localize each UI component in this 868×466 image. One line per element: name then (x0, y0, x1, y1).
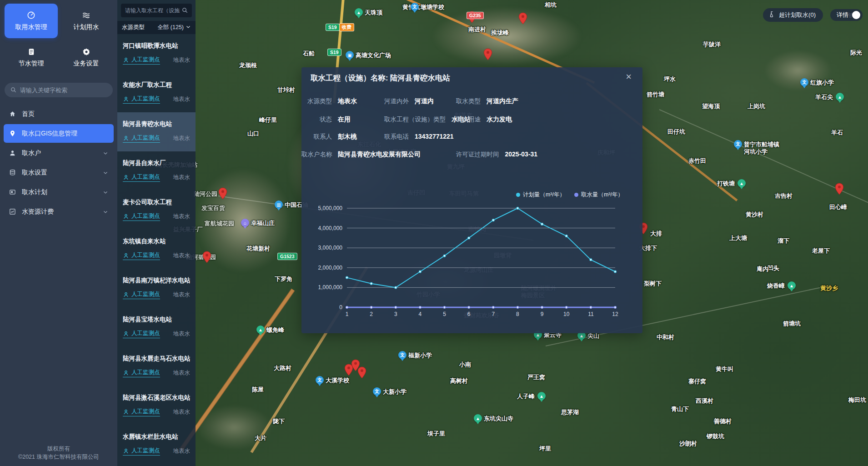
school-pin-icon[interactable]: 文 (373, 387, 381, 396)
detail-toggle[interactable]: 详情 (830, 9, 863, 21)
school-pin-icon[interactable]: 文 (398, 351, 406, 359)
station-list-item[interactable]: 东坑镇自来水站人工监测点地表水 (117, 230, 196, 269)
legend-item[interactable]: 计划量（m³/年） (516, 191, 565, 199)
map-label: 下罗角 (275, 276, 292, 283)
field-value: 地表水 (338, 97, 357, 105)
svg-text:3: 3 (394, 311, 397, 317)
map-label: 羊石 (831, 129, 843, 136)
map-label: 相坑 (545, 1, 557, 9)
monitor-type-link[interactable]: 人工监测点 (123, 408, 160, 416)
station-list-item[interactable]: 陆河县宝塔水电站人工监测点地表水 (117, 308, 196, 347)
road-badge: 收费 (339, 23, 354, 31)
scenic-pin-icon[interactable]: ▲ (537, 392, 546, 400)
scenic-pin-icon[interactable]: ▲ (788, 281, 796, 290)
culture-pin-icon[interactable]: ▣ (346, 51, 354, 59)
keyword-search-input[interactable] (5, 83, 113, 97)
filter-label: 水源类型 (122, 24, 145, 31)
water-source-type: 地表水 (173, 447, 191, 455)
red-map-marker-icon[interactable] (483, 48, 492, 62)
red-map-marker-icon[interactable] (202, 251, 211, 265)
monitor-type-link[interactable]: 人工监测点 (123, 56, 160, 65)
station-list-item[interactable]: 麦卡公司取水工程人工监测点地表水 (117, 190, 196, 230)
source-type-dropdown[interactable]: 全部 (125) (157, 24, 191, 31)
menu-item-card[interactable]: 取水计划 (4, 183, 114, 201)
modal-field: 取水用途水力发电 (456, 115, 512, 124)
school-pin-icon[interactable]: 文 (316, 376, 324, 384)
monitor-type-link[interactable]: 人工监测点 (123, 330, 160, 338)
module-button-gear[interactable]: 业务设置 (60, 40, 113, 75)
school-pin-icon[interactable]: 文 (734, 140, 742, 148)
map-label: 青山下 (671, 406, 689, 413)
map-label: 南进村 (468, 26, 486, 33)
school-pin-icon[interactable]: 文 (411, 3, 419, 11)
field-label: 许可证过期时间 (456, 151, 499, 158)
station-list-item[interactable]: 陆河县水唇走马石水电站人工监测点地表水 (117, 347, 196, 386)
monitor-type-link[interactable]: 人工监测点 (123, 212, 160, 221)
legend-item[interactable]: 取水量（m³/年） (574, 191, 623, 199)
svg-text:12: 12 (612, 311, 618, 317)
road-badge: S19 (326, 24, 340, 31)
monitor-type-link[interactable]: 人工监测点 (123, 173, 160, 182)
field-label: 取水类型 (456, 98, 481, 105)
svg-text:2,000,000: 2,000,000 (318, 265, 343, 271)
pin-glyph: ▲ (579, 333, 584, 338)
svg-text:8: 8 (516, 311, 519, 317)
monitor-type-link[interactable]: 人工监测点 (123, 251, 160, 260)
menu-item-label: 水资源计费 (22, 208, 54, 216)
scenic-pin-icon[interactable]: ▲ (355, 8, 363, 16)
menu-item-chart[interactable]: 水资源计费 (4, 202, 114, 221)
svg-text:1,000,000: 1,000,000 (318, 284, 343, 291)
menu-item-label: 取水户 (22, 149, 41, 157)
module-button-gauge[interactable]: 取用水管理 (5, 4, 58, 38)
copyright: 版权所有 ©2021 珠海市仁智科技有限公司 (0, 445, 117, 462)
module-button-doc[interactable]: 节水管理 (5, 40, 58, 75)
menu-item-home[interactable]: 首页 (4, 105, 114, 123)
menu-item-db[interactable]: 取水设置 (4, 163, 114, 182)
svg-text:0: 0 (339, 304, 342, 311)
red-map-marker-icon[interactable] (518, 12, 527, 26)
monitor-type-link[interactable]: 人工监测点 (123, 447, 160, 456)
station-name: 陆河县南万镇杞洋水电站 (123, 276, 190, 285)
legend-label: 取水量（m³/年） (581, 191, 623, 199)
person-icon (123, 135, 129, 141)
pin-glyph: ▲ (539, 394, 544, 399)
over-plan-alert-button[interactable]: 超计划取水(0) (763, 8, 823, 22)
station-list-item[interactable]: 陆河县自来水厂人工监测点地表水 (117, 151, 196, 190)
gas-pin-icon[interactable]: ▥ (275, 200, 283, 209)
monitor-type-link[interactable]: 人工监测点 (123, 369, 160, 377)
scenic-pin-icon[interactable]: ▲ (836, 93, 844, 101)
close-icon[interactable]: × (626, 72, 632, 82)
red-map-marker-icon[interactable] (357, 366, 366, 381)
monitor-type-link[interactable]: 人工监测点 (123, 134, 160, 143)
station-list-item[interactable]: 陆河县南万镇杞洋水电站人工监测点地表水 (117, 269, 196, 308)
station-list-item[interactable]: 陆河县青硿水电站人工监测点地表水 (117, 112, 196, 151)
red-map-marker-icon[interactable] (835, 183, 844, 197)
legend-dot-icon (516, 193, 520, 197)
school-pin-icon[interactable]: 文 (800, 78, 808, 86)
menu-item-user[interactable]: 取水户 (4, 144, 114, 162)
monitor-type-link[interactable]: 人工监测点 (123, 95, 160, 104)
search-icon[interactable] (181, 7, 188, 15)
monitor-type-link[interactable]: 人工监测点 (123, 291, 160, 299)
water-source-type: 地表水 (173, 252, 191, 260)
module-button-waves[interactable]: 计划用水 (60, 4, 113, 38)
station-list-item[interactable]: 水唇镇水栏肚水电站人工监测点地表水 (117, 425, 196, 464)
station-list-item[interactable]: 友能水厂取水工程人工监测点地表水 (117, 73, 196, 112)
scenic-pin-icon[interactable]: ▲ (738, 179, 746, 187)
scenic-pin-icon[interactable]: ▲ (474, 414, 482, 422)
station-list-item[interactable]: 陆河县激石溪老区水电站人工监测点地表水 (117, 386, 196, 425)
map-label: 中和村 (657, 334, 674, 341)
field-value: 2025-03-31 (505, 150, 538, 158)
scenic-pin-icon[interactable]: ▲ (256, 326, 265, 334)
field-label: 河道内外 (384, 98, 409, 105)
map-label: 石船 (303, 50, 315, 57)
modal-field: 许可证过期时间2025-03-31 (456, 150, 537, 159)
map-label: 善德村 (714, 418, 732, 425)
red-map-marker-icon[interactable] (218, 187, 227, 201)
map-poi-label: 羊石尖 (815, 94, 833, 101)
module-label: 节水管理 (19, 60, 44, 68)
menu-item-pin[interactable]: 取水口GIS信息管理 (4, 124, 114, 143)
station-list-item[interactable]: 河口镇唱歌潭水电站人工监测点地表水 (117, 34, 196, 73)
station-name: 陆河县自来水厂 (123, 159, 190, 167)
hotel-pin-icon[interactable]: ⌂ (241, 219, 249, 227)
